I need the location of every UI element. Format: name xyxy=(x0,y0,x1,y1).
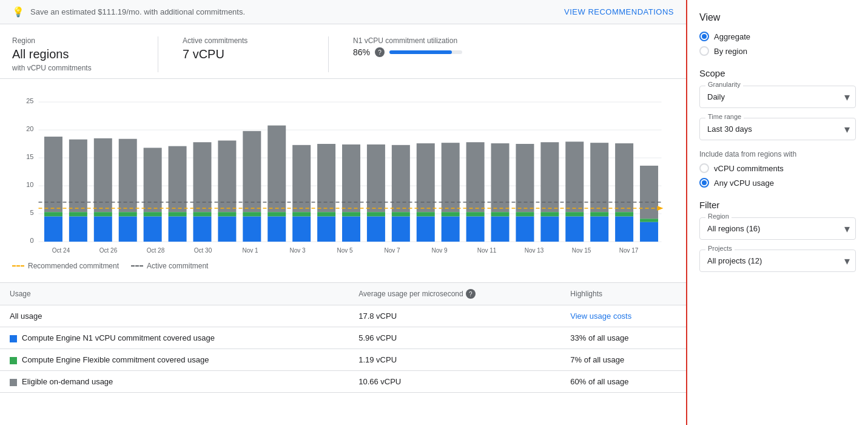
svg-text:Nov 1: Nov 1 xyxy=(242,247,258,254)
svg-rect-68 xyxy=(491,217,510,242)
utilization-bar-bg xyxy=(389,50,462,54)
view-recommendations-link[interactable]: VIEW RECOMMENDATIONS xyxy=(564,7,674,16)
include-radio-any-circle xyxy=(699,178,709,188)
include-radio-any-inner xyxy=(702,180,707,185)
include-vcpu-label: vCPU commitments xyxy=(714,164,784,173)
svg-rect-85 xyxy=(640,219,658,222)
svg-rect-82 xyxy=(615,212,633,216)
view-option-aggregate[interactable]: Aggregate xyxy=(699,32,856,41)
view-title: View xyxy=(699,12,856,23)
utilization-help-icon[interactable]: ? xyxy=(375,47,385,57)
projects-filter-select[interactable]: All projects (12) xyxy=(699,250,856,272)
granularity-select[interactable]: Daily Weekly Monthly xyxy=(699,86,856,108)
view-radio-aggregate-inner xyxy=(702,34,707,39)
svg-rect-58 xyxy=(417,212,435,216)
svg-rect-27 xyxy=(169,146,187,212)
svg-rect-86 xyxy=(640,222,658,242)
include-option-vcpu-commitments[interactable]: vCPU commitments xyxy=(699,163,856,173)
include-radio-vcpu-circle xyxy=(699,163,709,173)
svg-rect-53 xyxy=(367,217,385,242)
svg-rect-40 xyxy=(267,212,286,216)
svg-rect-65 xyxy=(466,217,485,242)
view-option-aggregate-label: Aggregate xyxy=(714,32,750,41)
view-radio-group: Aggregate By region xyxy=(699,32,856,56)
avg-value: 5.96 vCPU xyxy=(349,327,560,349)
utilization-value: 86% xyxy=(353,47,370,57)
svg-rect-84 xyxy=(640,166,658,219)
legend-active: Active commitment xyxy=(131,262,208,270)
svg-rect-16 xyxy=(69,212,87,216)
svg-rect-64 xyxy=(466,212,485,216)
time-range-label: Time range xyxy=(705,113,744,120)
utilization-label: N1 vCPU commitment utilization xyxy=(353,36,474,45)
include-option-any-vcpu[interactable]: Any vCPU usage xyxy=(699,178,856,188)
svg-text:Nov 5: Nov 5 xyxy=(337,247,353,254)
utilization-stat: N1 vCPU commitment utilization 86% ? xyxy=(353,36,474,72)
usage-row-label: Eligible on-demand usage xyxy=(22,377,113,386)
svg-rect-62 xyxy=(442,217,460,242)
usage-label-cell: Compute Engine N1 vCPU commitment covere… xyxy=(0,327,349,349)
svg-rect-47 xyxy=(317,217,335,242)
svg-rect-59 xyxy=(417,217,435,242)
avg-value: 10.66 vCPU xyxy=(349,371,560,393)
svg-rect-52 xyxy=(367,212,385,216)
svg-text:Nov 17: Nov 17 xyxy=(619,247,639,254)
legend-recommended-dash xyxy=(12,265,24,267)
usage-label-cell: Compute Engine Flexible commitment cover… xyxy=(0,349,349,371)
svg-text:Nov 13: Nov 13 xyxy=(525,247,544,254)
legend-active-label: Active commitment xyxy=(147,262,208,270)
active-commitments-stat: Active commitments 7 vCPU xyxy=(183,36,304,72)
svg-rect-75 xyxy=(565,141,584,212)
view-option-by-region-label: By region xyxy=(714,47,747,56)
view-radio-aggregate-circle xyxy=(699,32,709,41)
svg-rect-73 xyxy=(540,212,559,216)
svg-rect-79 xyxy=(590,212,608,216)
granularity-label: Granularity xyxy=(705,81,743,88)
svg-rect-61 xyxy=(442,212,460,216)
col-avg: Average usage per microsecond ? xyxy=(349,283,560,305)
region-label: Region xyxy=(12,36,133,45)
usage-table: Usage Average usage per microsecond ? Hi… xyxy=(0,282,686,393)
svg-text:25: 25 xyxy=(26,97,33,104)
highlight-cell[interactable]: View usage costs xyxy=(560,305,686,327)
svg-rect-34 xyxy=(218,212,236,216)
view-usage-costs-link[interactable]: View usage costs xyxy=(570,311,631,321)
lightbulb-icon: 💡 xyxy=(12,6,24,18)
svg-rect-70 xyxy=(516,212,534,216)
active-commitments-label: Active commitments xyxy=(183,36,304,45)
chart-area: 0 5 10 15 20 25 Oct 24 Oct xyxy=(0,79,686,257)
usage-label-cell: All usage xyxy=(0,305,349,327)
svg-text:20: 20 xyxy=(26,125,33,132)
svg-rect-22 xyxy=(119,212,137,216)
avg-help-icon[interactable]: ? xyxy=(466,289,476,299)
region-filter-select[interactable]: All regions (16) xyxy=(699,217,856,240)
region-stat: Region All regions with vCPU commitments xyxy=(12,36,133,72)
include-any-vcpu-label: Any vCPU usage xyxy=(714,178,774,188)
svg-rect-78 xyxy=(590,143,608,212)
highlight-cell: 7% of all usage xyxy=(560,349,686,371)
usage-row-label: All usage xyxy=(10,311,42,321)
avg-value: 17.8 vCPU xyxy=(349,305,560,327)
table-row: All usage17.8 vCPUView usage costs xyxy=(0,305,686,327)
svg-rect-71 xyxy=(516,217,534,242)
legend-recommended: Recommended commitment xyxy=(12,262,119,270)
svg-rect-54 xyxy=(392,145,410,212)
svg-marker-89 xyxy=(658,206,664,211)
svg-text:0: 0 xyxy=(30,237,33,244)
time-range-select[interactable]: Last 7 days Last 30 days Last 90 days xyxy=(699,118,856,140)
svg-rect-20 xyxy=(94,217,112,242)
svg-rect-72 xyxy=(540,142,559,212)
include-label: Include data from regions with xyxy=(699,150,856,158)
usage-row-label: Compute Engine N1 vCPU commitment covere… xyxy=(22,333,215,342)
svg-text:Oct 26: Oct 26 xyxy=(99,247,118,254)
svg-rect-41 xyxy=(267,217,286,242)
svg-text:Oct 24: Oct 24 xyxy=(52,247,70,254)
scope-title: Scope xyxy=(699,68,856,78)
table-row: Eligible on-demand usage10.66 vCPU60% of… xyxy=(0,371,686,393)
region-sub: with vCPU commitments xyxy=(12,64,133,72)
svg-text:5: 5 xyxy=(30,209,33,216)
svg-rect-33 xyxy=(218,140,236,212)
utilization-bar-fill xyxy=(389,50,452,54)
region-filter-label: Region xyxy=(705,212,732,220)
view-option-by-region[interactable]: By region xyxy=(699,46,856,56)
